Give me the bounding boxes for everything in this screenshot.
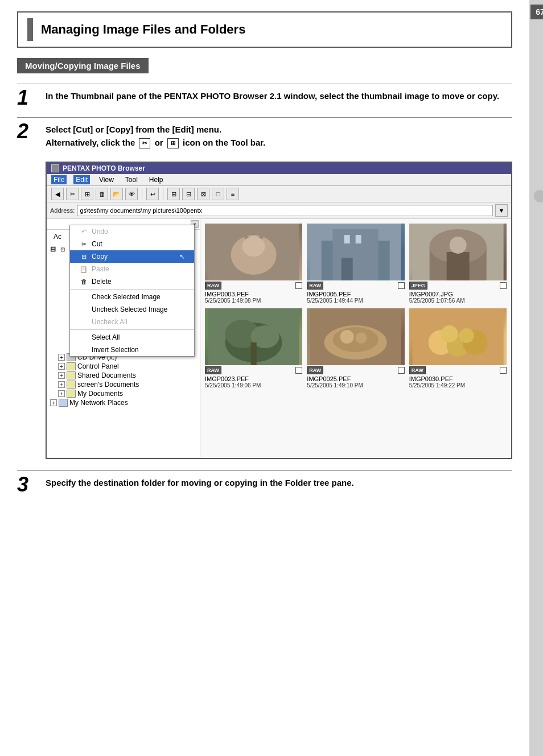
thumb-checkbox-5[interactable] <box>398 367 405 374</box>
thumb-svg-4 <box>205 308 302 365</box>
thumbnail-item-5: RAW IMGP0025.PEF 5/25/2005 1:49:10 PM <box>307 308 404 389</box>
thumb-badge-6: RAW <box>409 366 426 374</box>
controlpanel-expand[interactable]: + <box>58 363 65 370</box>
grid2-btn[interactable]: ⊟ <box>182 188 195 200</box>
thumb-img-container-2[interactable] <box>307 224 404 280</box>
svg-rect-9 <box>356 235 361 243</box>
menu-help[interactable]: Help <box>147 175 166 184</box>
page-number: 67 <box>530 5 543 19</box>
thumb-checkbox-4[interactable] <box>295 367 302 374</box>
step2-text: Select [Cut] or [Copy] from the [Edit] m… <box>46 123 512 149</box>
svg-point-24 <box>340 330 354 344</box>
uncheck-icon <box>79 305 88 314</box>
tree-root-label: ⊡ <box>60 246 65 253</box>
menu-undo[interactable]: ↶ Undo <box>70 230 194 238</box>
mynetwork-expand[interactable]: + <box>50 399 57 406</box>
dropdown-sep1 <box>70 289 194 290</box>
screendocs-expand[interactable]: + <box>58 381 65 388</box>
address-bar-row: Address: ▼ <box>47 203 511 219</box>
edit-dropdown-menu[interactable]: ↶ Undo ✂ Cut ⊞ Copy ↖ <box>69 230 195 357</box>
undo-label: Undo <box>92 230 108 236</box>
tree-item-screendocs: + screen's Documents <box>58 380 196 389</box>
cdrive-expand[interactable]: + <box>58 354 65 361</box>
menu-edit[interactable]: Edit <box>73 175 90 184</box>
grid3-btn[interactable]: ⊠ <box>197 188 209 200</box>
thumbnail-item-3: JPEG IMGP0007.JPG 5/25/2005 1:07:56 AM <box>409 224 507 304</box>
thumb-row-2: RAW <box>307 280 404 291</box>
address-input[interactable] <box>77 205 493 216</box>
tree-label-ac: Ac <box>54 233 61 241</box>
menu-file[interactable]: File <box>51 175 67 184</box>
shareddocs-label: Shared Documents <box>77 371 136 379</box>
list-btn[interactable]: ≡ <box>227 188 239 200</box>
menu-view[interactable]: View <box>97 175 116 184</box>
mynetwork-icon <box>59 399 68 407</box>
menu-select-all[interactable]: Select All <box>70 331 194 344</box>
thumb-img-container-3[interactable] <box>409 224 507 280</box>
thumb-date-3: 5/25/2005 1:07:56 AM <box>409 298 465 304</box>
thumb-date-1: 5/25/2005 1:49:08 PM <box>205 298 261 304</box>
thumb-filename-4: IMGP0023.PEF <box>205 375 249 382</box>
tree-items-below: + CD Drive (x:) + Control Panel + <box>48 350 199 410</box>
step3-text: Specify the destination folder for movin… <box>46 477 512 490</box>
svg-rect-10 <box>342 258 353 280</box>
thumb-filename-2: IMGP0005.PEF <box>307 291 351 298</box>
chapter-title-accent <box>27 18 33 41</box>
address-dropdown-btn[interactable]: ▼ <box>495 204 508 217</box>
rotate-btn[interactable]: ↩ <box>146 188 159 200</box>
menu-cut[interactable]: ✂ Cut <box>70 238 194 250</box>
thumb-img-2 <box>307 224 404 280</box>
menu-uncheck-selected[interactable]: Uncheck Selected Image <box>70 303 194 316</box>
eye-toolbar-btn[interactable]: 👁 <box>125 188 138 200</box>
delete-toolbar-btn[interactable]: 🗑 <box>96 188 108 200</box>
step3-container: 3 Specify the destination folder for mov… <box>17 470 512 499</box>
grid4-btn[interactable]: □ <box>212 188 224 200</box>
delete-label: Delete <box>92 278 112 286</box>
menu-tool[interactable]: Tool <box>123 175 140 184</box>
menu-invert-selection[interactable]: Invert Selection <box>70 344 194 356</box>
thumb-img-container-5[interactable] <box>307 308 404 365</box>
step1-number: 1 <box>17 88 46 108</box>
thumb-checkbox-6[interactable] <box>500 367 507 374</box>
grid1-btn[interactable]: ⊞ <box>167 188 180 200</box>
mydocs-expand[interactable]: + <box>58 390 65 397</box>
svg-point-15 <box>449 237 466 254</box>
menu-delete[interactable]: 🗑 Delete <box>70 275 194 288</box>
or-label: or <box>155 138 163 147</box>
tree-item-mydocs: + My Documents <box>58 389 196 398</box>
cut-toolbar-btn[interactable]: ✂ <box>66 188 79 200</box>
copy-toolbar-btn[interactable]: ⊞ <box>81 188 93 200</box>
shareddocs-expand[interactable]: + <box>58 372 65 379</box>
sidebar-circle <box>534 190 543 203</box>
menu-paste[interactable]: 📋 Paste <box>70 263 194 275</box>
window-title-icon <box>51 164 59 172</box>
thumb-img-container-4[interactable] <box>205 308 302 365</box>
thumb-img-3 <box>409 224 507 280</box>
open-toolbar-btn[interactable]: 📂 <box>110 188 123 200</box>
undo-icon: ↶ <box>79 230 88 236</box>
menu-check-selected[interactable]: Check Selected Image <box>70 291 194 303</box>
tree-item-shareddocs: + Shared Documents <box>58 371 196 380</box>
svg-rect-14 <box>446 252 469 280</box>
thumb-img-container-1[interactable] <box>205 224 302 280</box>
thumb-checkbox-1[interactable] <box>295 282 302 289</box>
thumb-checkbox-2[interactable] <box>398 282 405 289</box>
invert-label: Invert Selection <box>92 346 139 354</box>
window-menubar: File Edit View Tool Help <box>47 174 511 186</box>
menu-copy[interactable]: ⊞ Copy ↖ <box>70 250 194 263</box>
select-all-icon <box>79 333 88 342</box>
thumb-img-container-6[interactable] <box>409 308 507 365</box>
cut-label: Cut <box>92 240 102 248</box>
step2-number: 2 <box>17 121 46 142</box>
back-btn[interactable]: ◀ <box>51 188 64 200</box>
svg-rect-8 <box>344 235 350 243</box>
thumb-svg-1 <box>205 224 302 280</box>
step2-text-line1: Select [Cut] or [Copy] from the [Edit] m… <box>46 125 221 134</box>
thumb-checkbox-3[interactable] <box>500 282 507 289</box>
menu-uncheck-all[interactable]: Uncheck All <box>70 316 194 328</box>
uncheck-all-icon <box>79 317 88 327</box>
thumb-badge-1: RAW <box>205 282 221 290</box>
window-toolbar: ◀ ✂ ⊞ 🗑 📂 👁 ↩ ⊞ ⊟ ⊠ □ ≡ <box>47 186 511 203</box>
thumbnail-item-2: RAW IMGP0005.PEF 5/25/2005 1:49:44 PM <box>307 224 404 304</box>
step2-container: 2 Select [Cut] or [Copy] from the [Edit]… <box>17 123 512 154</box>
